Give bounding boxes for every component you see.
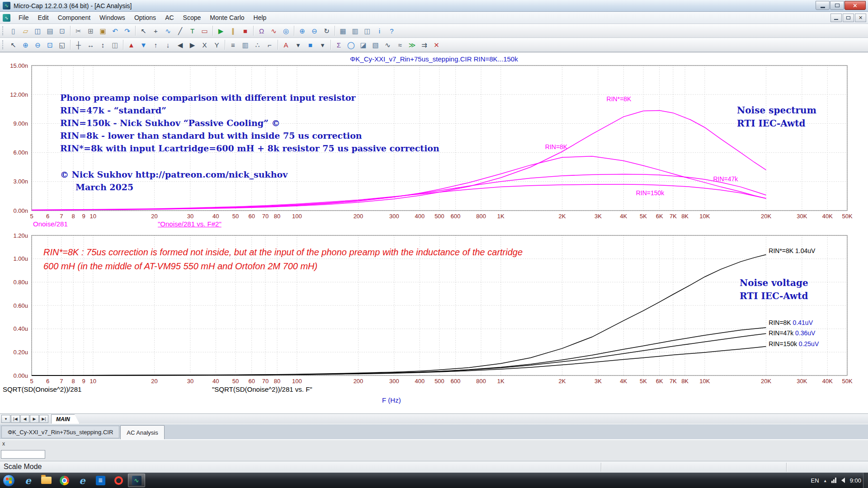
scope-icon[interactable]: ∿ (268, 25, 279, 37)
menu-windows[interactable]: Windows (95, 12, 130, 23)
toolbar-grip[interactable] (2, 26, 5, 35)
properties-icon[interactable]: ≡ (227, 39, 239, 51)
redo-icon[interactable]: ↷ (122, 25, 133, 37)
mdi-restore-button[interactable] (843, 14, 854, 22)
mdi-child-icon[interactable]: ∿ (3, 14, 10, 22)
taskbar-opera-icon[interactable] (110, 474, 127, 487)
page-dropdown-button[interactable]: ▾ (1, 415, 10, 423)
minimize-button[interactable] (816, 1, 830, 10)
valley-icon[interactable]: ▼ (138, 39, 149, 51)
taskbar-chrome-icon[interactable] (56, 474, 73, 487)
step-icon[interactable]: ⇉ (419, 39, 430, 51)
scale-mode-icon[interactable]: ◱ (57, 39, 68, 51)
first-page-button[interactable]: |◀ (11, 415, 20, 423)
menu-component[interactable]: Component (53, 12, 95, 23)
paste-icon[interactable]: ▣ (97, 25, 108, 37)
harmonic-icon[interactable]: ≈ (394, 39, 406, 51)
prev-page-button[interactable]: ◀ (20, 415, 29, 423)
waveform-icon[interactable]: ∿ (382, 39, 393, 51)
help-icon[interactable]: ? (386, 25, 397, 37)
mdi-minimize-button[interactable] (830, 14, 842, 22)
select-arrow-icon[interactable]: ↖ (8, 39, 19, 51)
3d-plot-icon[interactable]: ◪ (358, 39, 369, 51)
rect-mode-icon[interactable]: ▭ (199, 25, 210, 37)
print-preview-icon[interactable]: ⊡ (57, 25, 68, 37)
numeric-output-icon[interactable]: ▥ (240, 39, 251, 51)
menu-help[interactable]: Help (249, 12, 271, 23)
color-dropdown-icon[interactable]: ▾ (317, 39, 328, 51)
menu-options[interactable]: Options (130, 12, 160, 23)
text-panel-input[interactable] (1, 450, 45, 459)
peak-icon[interactable]: ▲ (126, 39, 137, 51)
tag-icon[interactable]: ◫ (109, 39, 121, 51)
horizontal-cursor-icon[interactable]: ↔ (85, 39, 96, 51)
menu-scope[interactable]: Scope (179, 12, 206, 23)
zoom-out-icon[interactable]: ⊖ (309, 25, 320, 37)
taskbar-ie-icon[interactable]: e (19, 474, 37, 487)
wire-mode-icon[interactable]: ∿ (162, 25, 174, 37)
zoom-area-icon[interactable]: ⊡ (44, 39, 56, 51)
show-desktop-button[interactable] (863, 473, 868, 488)
ruler-icon[interactable]: ⌐ (264, 39, 275, 51)
print-icon[interactable]: ▤ (44, 25, 56, 37)
close-button[interactable]: ✕ (844, 1, 866, 10)
zoom-in-graph-icon[interactable]: ⊕ (20, 39, 31, 51)
mdi-close-button[interactable]: ✕ (855, 14, 866, 22)
taskbar-explorer-icon[interactable] (38, 474, 55, 487)
clock[interactable]: 9:00 (850, 477, 861, 484)
zoom-out-graph-icon[interactable]: ⊖ (32, 39, 43, 51)
copy-icon[interactable]: ⊞ (85, 25, 96, 37)
panel-close-button[interactable]: x (2, 441, 5, 447)
cursor-right-icon[interactable]: ▶ (187, 39, 198, 51)
component-mode-icon[interactable]: + (150, 25, 161, 37)
color-swatch-icon[interactable]: ■ (305, 39, 316, 51)
taskbar-browser-icon[interactable]: e (74, 474, 91, 487)
pause-icon[interactable]: ∥ (227, 25, 239, 37)
hidden-icons-button[interactable]: ▴ (824, 478, 826, 483)
taskbar-microcap-button[interactable]: ∿ (128, 474, 145, 487)
refresh-icon[interactable]: ↻ (321, 25, 332, 37)
animate-icon[interactable]: ≫ (406, 39, 418, 51)
font-dropdown-icon[interactable]: ▾ (292, 39, 304, 51)
tab-main[interactable]: MAIN (51, 414, 80, 424)
language-indicator[interactable]: EN (811, 477, 819, 484)
open-file-icon[interactable]: ▱ (20, 25, 31, 37)
cursor-mode-icon[interactable]: ┼ (73, 39, 84, 51)
vertical-cursor-icon[interactable]: ↕ (97, 39, 108, 51)
menu-monte-carlo[interactable]: Monte Carlo (205, 12, 249, 23)
cursor-left-icon[interactable]: ◀ (175, 39, 186, 51)
tab-circuit-file[interactable]: ΦK_Cy-XXI_v7_Rin+75us_stepping.CIR (1, 426, 119, 438)
text-mode-icon[interactable]: T (187, 25, 198, 37)
new-file-icon[interactable]: ▯ (8, 25, 19, 37)
polar-icon[interactable]: ◯ (345, 39, 357, 51)
start-button[interactable] (3, 474, 15, 487)
next-page-button[interactable]: ▶ (30, 415, 39, 423)
select-mode-icon[interactable]: ↖ (138, 25, 149, 37)
save-icon[interactable]: ◫ (32, 25, 43, 37)
window-tile-icon[interactable]: ◫ (362, 25, 373, 37)
menu-ac[interactable]: AC (160, 12, 178, 23)
font-icon[interactable]: A (280, 39, 292, 51)
exit-analysis-icon[interactable]: ✕ (431, 39, 442, 51)
network-icon[interactable] (831, 478, 836, 483)
undo-icon[interactable]: ↶ (109, 25, 121, 37)
menu-edit[interactable]: Edit (33, 12, 53, 23)
go-to-y-icon[interactable]: Y (211, 39, 222, 51)
maximize-button[interactable] (830, 1, 844, 10)
top-chart-vs-label[interactable]: "Onoise/281 vs. F#2" (158, 220, 222, 228)
zoom-in-icon[interactable]: ⊕ (297, 25, 308, 37)
taskbar-blue-app-icon[interactable]: ≣ (92, 474, 109, 487)
run-icon[interactable]: ▶ (215, 25, 226, 37)
last-page-button[interactable]: ▶| (39, 415, 48, 423)
line-mode-icon[interactable]: ╱ (175, 25, 186, 37)
probe-icon[interactable]: ◎ (280, 25, 292, 37)
meter-icon[interactable]: Ω (256, 25, 267, 37)
go-to-x-icon[interactable]: X (199, 39, 210, 51)
performance-icon[interactable]: ▧ (370, 39, 381, 51)
netlist-icon[interactable]: ▥ (349, 25, 361, 37)
grid-icon[interactable]: ▦ (337, 25, 349, 37)
menu-file[interactable]: File (14, 12, 33, 23)
data-points-icon[interactable]: ∴ (252, 39, 263, 51)
toolbar-grip[interactable] (2, 40, 5, 49)
volume-icon[interactable] (841, 478, 845, 483)
